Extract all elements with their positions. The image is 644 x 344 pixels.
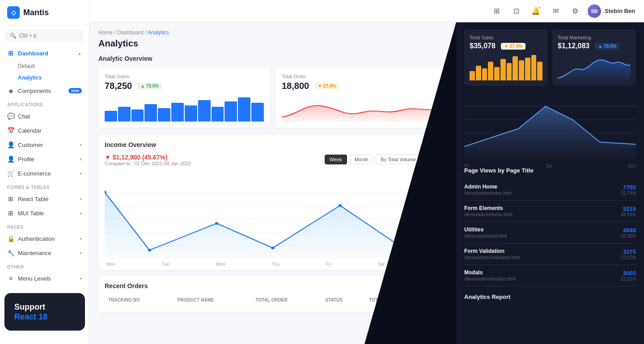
pv-pct: 31.74% <box>621 191 636 196</box>
svg-point-11 <box>439 240 441 243</box>
settings-icon[interactable]: ⚙ <box>568 4 582 18</box>
pv-pct: 28.53% <box>621 212 636 217</box>
analytics-report-title: Analytics Report <box>464 294 636 300</box>
search-icon: 🔍 <box>10 33 17 39</box>
new-badge: new <box>68 88 82 93</box>
sidebar-item-customer[interactable]: 👤 Customer ▾ <box>0 138 89 152</box>
pv-path: /demo/admin/forms.html <box>464 212 512 217</box>
svg-point-8 <box>271 247 275 249</box>
page-view-item: Admin Home /demo/admin/index.html 7755 3… <box>464 179 636 201</box>
user-info[interactable]: SB Stebin Ben <box>588 4 635 18</box>
sidebar-item-maintenance[interactable]: 🔧 Maintenance ▾ <box>0 246 89 260</box>
pv-path: /demo/admin/modals.html <box>464 277 516 281</box>
page-title: Analytics <box>98 38 447 49</box>
sidebar-item-label: Calendar <box>18 127 42 134</box>
page-view-item: Form Validation /demo/admin/validation.h… <box>464 243 636 265</box>
orders-title: Recent Orders <box>105 282 441 289</box>
bar-chart-sales <box>470 54 542 80</box>
components-icon: ◈ <box>7 87 14 94</box>
pv-pct: 25.35% <box>621 234 636 239</box>
volume-btn[interactable]: By Total Volume ▾ <box>376 154 425 164</box>
fullscreen-icon[interactable]: ⊡ <box>509 4 523 18</box>
sidebar-item-dashboard[interactable]: ⊞ Dashboard ▲ <box>0 46 89 60</box>
notification-icon[interactable]: 🔔 <box>529 4 543 18</box>
sidebar-item-react-table[interactable]: ⊞ React Table ▾ <box>0 192 89 206</box>
page-view-item: Utilities /demo/admin/util.html 4848 25.… <box>464 222 636 243</box>
btn-group: Week Month By Total Volume ▾ ⬇ <box>325 154 441 165</box>
stat-card-order: Total Order 18,800 ▼ 27.4% <box>275 67 447 128</box>
svg-point-9 <box>339 204 342 207</box>
page-views-section: Page Views by Page Title Admin Home /dem… <box>464 167 636 286</box>
sidebar-item-calendar[interactable]: 📅 Calendar <box>0 123 89 138</box>
sidebar-item-authentication[interactable]: 🔒 Authentication ▾ <box>0 231 89 246</box>
content-split: Home / Dashboard / Analytics Analytics A… <box>89 22 644 344</box>
dark-panel: Total Sales $35,078 ▼ 27.4% <box>456 22 644 344</box>
react-table-icon: ⊞ <box>7 195 14 202</box>
pv-pct: 23.17% <box>621 255 636 260</box>
section-label-pages: Pages <box>0 220 89 231</box>
top-header: ⊞ ⊡ 🔔 ✉ ⚙ SB Stebin Ben <box>89 0 644 22</box>
search-input[interactable] <box>19 33 79 39</box>
dark-stat-marketing: Total Marketing $1,12,083 ▲ 70.5% <box>552 29 636 86</box>
mountain-chart: Fri Sat Sun <box>464 93 636 160</box>
sidebar-item-label: MUI Table <box>18 210 44 217</box>
analytic-overview-title: Analytic Overview <box>98 55 447 62</box>
svg-point-6 <box>148 249 152 252</box>
stat-card-users: Total Users 78,250 ▲ 70.5% <box>98 67 270 128</box>
header-icons: ⊞ ⊡ 🔔 ✉ ⚙ SB Stebin Ben <box>489 4 635 18</box>
stat-value: $1,12,083 <box>558 42 589 50</box>
sidebar-item-label: React Table <box>18 196 48 202</box>
sidebar-subitem-default[interactable]: Default <box>0 60 89 72</box>
sidebar-item-chat[interactable]: 💬 Chat <box>0 109 89 123</box>
stat-value: $35,078 <box>470 42 496 50</box>
income-card: Income Overview ▼ $1,12,900 (45.67%) Com… <box>98 135 447 270</box>
section-label-forms: Forms & Tables <box>0 180 89 192</box>
svg-point-10 <box>394 242 398 245</box>
week-btn[interactable]: Week <box>325 155 347 164</box>
pv-count: 7755 <box>621 184 636 191</box>
sidebar-item-label: Chat <box>18 113 30 120</box>
chevron-down-icon: ▾ <box>80 197 82 201</box>
col-amount: TOTAL AMOUNT <box>365 295 441 306</box>
stat-badge: ▲ 70.5% <box>137 83 162 89</box>
pv-pct: 22.21% <box>621 277 636 281</box>
section-label-applications: Applications <box>0 98 89 109</box>
sidebar-item-components[interactable]: ◈ Components new <box>0 84 89 98</box>
sidebar-item-menu-levels[interactable]: ≡ Menu Levels ▾ <box>0 271 89 285</box>
sidebar-item-mui-table[interactable]: ⊞ MUI Table ▾ <box>0 206 89 220</box>
col-product: PRODUCT NAME <box>174 295 252 306</box>
search-box[interactable]: 🔍 <box>5 30 84 42</box>
chevron-down-icon: ▾ <box>80 211 82 216</box>
support-popup[interactable]: Support React 18 <box>4 293 85 331</box>
profile-icon: 👤 <box>7 155 14 163</box>
grid-icon[interactable]: ⊞ <box>489 4 504 18</box>
sidebar-item-ecommerce[interactable]: 🛒 E-commerce ▾ <box>0 166 89 180</box>
volume-label: By Total Volume <box>381 157 416 162</box>
page-view-item: Form Elements /demo/admin/forms.html 521… <box>464 201 636 222</box>
breadcrumb: Home / Dashboard / Analytics <box>98 29 447 36</box>
sidebar-item-profile[interactable]: 👤 Profile ▾ <box>0 152 89 166</box>
sidebar-item-label: Customer <box>18 142 43 148</box>
stat-label: Total Sales <box>470 35 542 40</box>
support-title: Support <box>14 302 75 312</box>
area-chart-order <box>282 95 441 122</box>
income-title: Income Overview <box>105 141 441 148</box>
col-tracking: TRACKING NO <box>105 295 174 306</box>
sidebar-subitem-analytics[interactable]: Analytics <box>0 72 89 84</box>
stat-badge: ▼ 27.4% <box>314 83 339 89</box>
income-value: ▼ $1,12,900 (45.67%) <box>105 154 191 161</box>
chat-icon: 💬 <box>7 113 14 120</box>
notification-badge <box>538 6 541 9</box>
pv-path: /demo/admin/validation.html <box>464 255 520 260</box>
pv-title: Utilities <box>464 227 507 233</box>
app-name: Mantis <box>23 8 49 17</box>
main-area: ⊞ ⊡ 🔔 ✉ ⚙ SB Stebin Ben Home / Dashboard… <box>89 0 644 344</box>
orders-card: Recent Orders TRACKING NO PRODUCT NAME T… <box>98 276 447 312</box>
month-btn[interactable]: Month <box>350 155 373 164</box>
download-btn[interactable]: ⬇ <box>428 154 441 165</box>
stat-badge: ▼ 27.4% <box>501 43 525 50</box>
username: Stebin Ben <box>605 8 635 14</box>
sidebar-item-label: Profile <box>18 156 34 163</box>
pv-count: 4848 <box>621 227 636 234</box>
mail-icon[interactable]: ✉ <box>548 4 563 18</box>
